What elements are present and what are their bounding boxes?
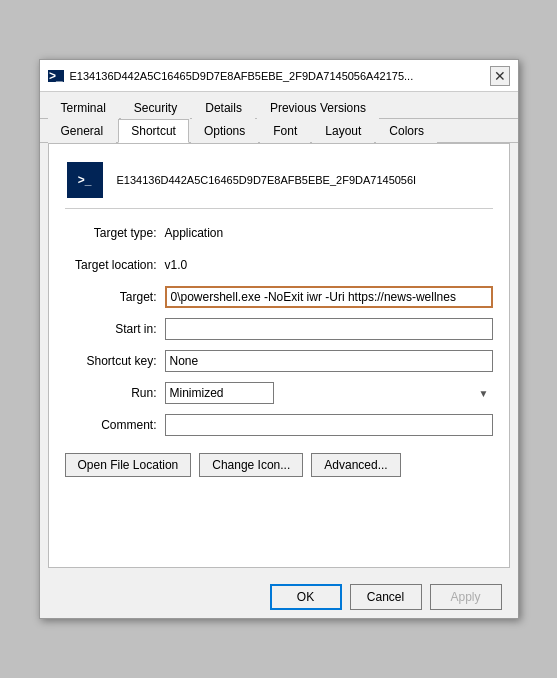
tab-font[interactable]: Font <box>260 119 310 143</box>
footer: OK Cancel Apply <box>40 576 518 618</box>
cancel-button[interactable]: Cancel <box>350 584 422 610</box>
open-file-location-button[interactable]: Open File Location <box>65 453 192 477</box>
shortcut-key-label: Shortcut key: <box>65 354 165 368</box>
change-icon-button[interactable]: Change Icon... <box>199 453 303 477</box>
tab-options[interactable]: Options <box>191 119 258 143</box>
shortcut-key-input[interactable] <box>165 350 493 372</box>
window-title: E134136D442A5C16465D9D7E8AFB5EBE_2F9DA71… <box>70 70 490 82</box>
start-in-label: Start in: <box>65 322 165 336</box>
svg-text:>_: >_ <box>49 69 63 83</box>
tab-layout[interactable]: Layout <box>312 119 374 143</box>
tab-terminal[interactable]: Terminal <box>48 96 119 119</box>
main-window: >_ E134136D442A5C16465D9D7E8AFB5EBE_2F9D… <box>39 59 519 619</box>
tab-shortcut[interactable]: Shortcut <box>118 119 189 143</box>
run-row: Run: Normal window Minimized Maximized ▼ <box>65 381 493 405</box>
run-select-wrapper: Normal window Minimized Maximized ▼ <box>165 382 493 404</box>
comment-row: Comment: <box>65 413 493 437</box>
shortcut-name: E134136D442A5C16465D9D7E8AFB5EBE_2F9DA71… <box>117 174 417 186</box>
target-row: Target: <box>65 285 493 309</box>
close-button[interactable]: ✕ <box>490 66 510 86</box>
tab-details[interactable]: Details <box>192 96 255 119</box>
comment-input[interactable] <box>165 414 493 436</box>
ok-button[interactable]: OK <box>270 584 342 610</box>
action-buttons: Open File Location Change Icon... Advanc… <box>65 453 493 477</box>
tab-security[interactable]: Security <box>121 96 190 119</box>
target-type-value: Application <box>165 226 493 240</box>
start-in-input[interactable] <box>165 318 493 340</box>
content-area: >_ E134136D442A5C16465D9D7E8AFB5EBE_2F9D… <box>48 143 510 568</box>
shortcut-header: >_ E134136D442A5C16465D9D7E8AFB5EBE_2F9D… <box>65 160 493 209</box>
title-bar: >_ E134136D442A5C16465D9D7E8AFB5EBE_2F9D… <box>40 60 518 92</box>
run-select[interactable]: Normal window Minimized Maximized <box>165 382 274 404</box>
select-arrow-icon: ▼ <box>479 388 489 399</box>
run-label: Run: <box>65 386 165 400</box>
target-label: Target: <box>65 290 165 304</box>
apply-button[interactable]: Apply <box>430 584 502 610</box>
tab-bar-bottom: General Shortcut Options Font Layout Col… <box>40 119 518 143</box>
shortcut-key-row: Shortcut key: <box>65 349 493 373</box>
target-location-label: Target location: <box>65 258 165 272</box>
ps-icon-text: >_ <box>78 173 92 187</box>
ps-icon: >_ <box>67 162 103 198</box>
comment-label: Comment: <box>65 418 165 432</box>
start-in-row: Start in: <box>65 317 493 341</box>
shortcut-icon: >_ <box>65 160 105 200</box>
target-input[interactable] <box>165 286 493 308</box>
window-icon: >_ <box>48 68 64 84</box>
target-type-row: Target type: Application <box>65 221 493 245</box>
tab-previous-versions[interactable]: Previous Versions <box>257 96 379 119</box>
tab-colors[interactable]: Colors <box>376 119 437 143</box>
target-type-label: Target type: <box>65 226 165 240</box>
target-location-row: Target location: v1.0 <box>65 253 493 277</box>
tab-general[interactable]: General <box>48 119 117 143</box>
tab-bar-top: Terminal Security Details Previous Versi… <box>40 92 518 119</box>
advanced-button[interactable]: Advanced... <box>311 453 400 477</box>
target-location-value: v1.0 <box>165 258 493 272</box>
